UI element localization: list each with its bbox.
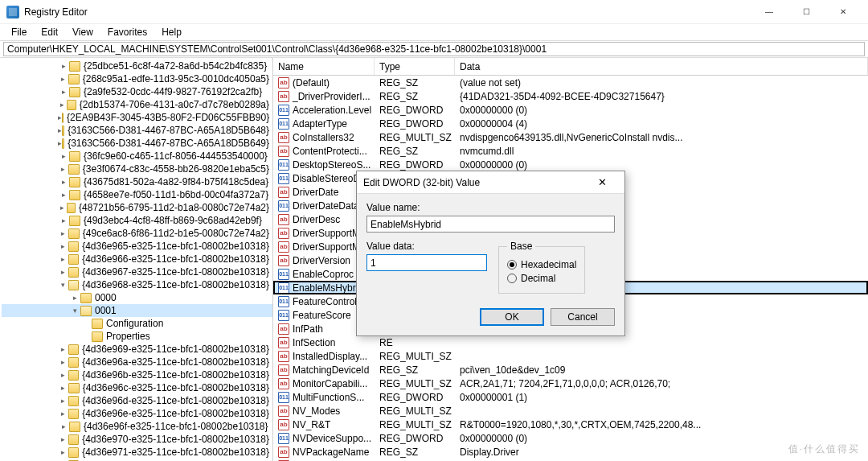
address-input[interactable] xyxy=(3,42,865,56)
menu-view[interactable]: View xyxy=(66,25,100,39)
tree-item[interactable]: ▸{3163C566-D381-4467-87BC-A65A18D5B649} xyxy=(2,137,272,150)
tree-item[interactable]: ▸{4d36e966-e325-11ce-bfc1-08002be10318} xyxy=(2,253,272,265)
tree-item[interactable]: ▸{2db15374-706e-4131-a0c7-d7c78eb0289a} xyxy=(2,98,272,111)
tree-item[interactable]: ▸{4d36e971-e325-11ce-bfc1-08002be10318} xyxy=(2,446,272,459)
ok-button[interactable]: OK xyxy=(480,308,544,326)
chevron-right-icon[interactable]: ▸ xyxy=(58,435,68,443)
value-name: DriverDateData xyxy=(293,200,359,212)
menu-file[interactable]: File xyxy=(5,25,33,39)
tree-item[interactable]: ▾0001 xyxy=(2,304,272,317)
tree-item[interactable]: ▸{2a9fe532-0cdc-44f9-9827-76192f2ca2fb} xyxy=(2,85,272,98)
chevron-right-icon[interactable]: ▸ xyxy=(58,345,68,353)
value-row[interactable]: NV_R&TREG_MULTI_SZR&T0000=1920,1080,*,30… xyxy=(273,418,868,431)
dialog-titlebar[interactable]: Edit DWORD (32-bit) Value ✕ xyxy=(357,171,624,194)
chevron-right-icon[interactable]: ▸ xyxy=(58,242,68,250)
chevron-right-icon[interactable]: ▸ xyxy=(58,75,68,83)
close-button[interactable]: ✕ xyxy=(825,0,862,24)
tree-item[interactable]: Configuration xyxy=(2,317,272,330)
chevron-right-icon[interactable]: ▸ xyxy=(58,62,69,70)
chevron-right-icon[interactable]: ▸ xyxy=(58,152,69,160)
chevron-down-icon[interactable]: ▾ xyxy=(69,307,80,315)
value-row[interactable]: MonitorCapabili...REG_MULTI_SZACR,2A1,71… xyxy=(273,377,868,390)
value-row[interactable]: NVPackageNameREG_SZDisplay.Driver xyxy=(273,445,868,459)
tree-item[interactable]: ▸{25dbce51-6c8f-4a72-8a6d-b54c2b4fc835} xyxy=(2,60,272,72)
chevron-right-icon[interactable]: ▸ xyxy=(58,397,68,405)
value-name: AdapterType xyxy=(293,118,347,130)
chevron-right-icon[interactable]: ▸ xyxy=(58,165,68,173)
value-data-input[interactable] xyxy=(366,254,487,271)
tree-item[interactable]: ▸{49ce6ac8-6f86-11d2-b1e5-0080c72e74a2} xyxy=(2,227,272,240)
chevron-right-icon[interactable]: ▸ xyxy=(58,422,69,430)
value-row[interactable]: DesktopStereoS...REG_DWORD0x00000000 (0) xyxy=(273,158,868,171)
value-row[interactable]: MultiFunctionS...REG_DWORD0x00000001 (1) xyxy=(273,390,868,404)
tree-item[interactable]: ▸{2EA9B43F-3045-43B5-80F2-FD06C55FBB90} xyxy=(2,111,272,124)
chevron-right-icon[interactable]: ▸ xyxy=(58,255,68,263)
value-row[interactable]: _DriverProviderI...REG_SZ{41DAD321-35D4-… xyxy=(273,89,868,103)
col-data[interactable]: Data xyxy=(455,58,868,75)
menu-help[interactable]: Help xyxy=(155,25,188,39)
tree-item[interactable]: ▸{268c95a1-edfe-11d3-95c3-0010dc4050a5} xyxy=(2,72,272,85)
tree-item[interactable]: ▸{4d36e96f-e325-11ce-bfc1-08002be10318} xyxy=(2,420,272,433)
tree-item[interactable]: ▸{4d36e967-e325-11ce-bfc1-08002be10318} xyxy=(2,265,272,278)
value-row[interactable]: CoInstallers32REG_MULTI_SZnvdispgenco643… xyxy=(273,130,868,144)
value-row[interactable]: NVDeviceSuppo...REG_DWORD0x00000000 (0) xyxy=(273,431,868,445)
chevron-right-icon[interactable]: ▸ xyxy=(58,216,69,224)
chevron-right-icon[interactable]: ▸ xyxy=(58,229,68,237)
tree-item[interactable]: ▸{4d36e969-e325-11ce-bfc1-08002be10318} xyxy=(2,343,272,356)
tree-item[interactable]: ▸{4d36e965-e325-11ce-bfc1-08002be10318} xyxy=(2,240,272,253)
value-row[interactable]: ContentProtecti...REG_SZnvmcumd.dll xyxy=(273,144,868,158)
chevron-right-icon[interactable]: ▸ xyxy=(58,101,67,109)
value-row[interactable]: NV_ModesREG_MULTI_SZ xyxy=(273,404,868,418)
chevron-right-icon[interactable]: ▸ xyxy=(58,191,69,199)
tree-item[interactable]: ▸{4d36e970-e325-11ce-bfc1-08002be10318} xyxy=(2,433,272,446)
col-type[interactable]: Type xyxy=(375,58,455,75)
tree-item[interactable]: ▸{4d36e96a-e325-11ce-bfc1-08002be10318} xyxy=(2,356,272,368)
menu-favorites[interactable]: Favorites xyxy=(101,25,154,39)
tree-item[interactable]: ▸{4658ee7e-f050-11d1-b6bd-00c04fa372a7} xyxy=(2,188,272,201)
chevron-right-icon[interactable]: ▸ xyxy=(58,371,68,379)
tree-item[interactable]: ▸{4d36e96b-e325-11ce-bfc1-08002be10318} xyxy=(2,368,272,381)
chevron-right-icon[interactable]: ▸ xyxy=(58,410,68,418)
cancel-button[interactable]: Cancel xyxy=(551,308,615,326)
value-row[interactable]: AdapterTypeREG_DWORD0x00000004 (4) xyxy=(273,117,868,130)
tree-item[interactable]: ▸{4d36e96d-e325-11ce-bfc1-08002be10318} xyxy=(2,394,272,407)
chevron-right-icon[interactable]: ▸ xyxy=(58,358,68,366)
chevron-right-icon[interactable]: ▸ xyxy=(58,384,68,392)
dialog-close-button[interactable]: ✕ xyxy=(586,176,618,188)
tree-item[interactable]: ▸{48721b56-6795-11d2-b1a8-0080c72e74a2} xyxy=(2,201,272,214)
tree-item[interactable]: ▸{36fc9e60-c465-11cf-8056-444553540000} xyxy=(2,150,272,163)
maximize-button[interactable]: ☐ xyxy=(788,0,825,24)
menu-edit[interactable]: Edit xyxy=(35,25,64,39)
value-row[interactable]: (Default)REG_SZ(value not set) xyxy=(273,76,868,89)
tree-item[interactable]: Properties xyxy=(2,330,272,343)
folder-icon xyxy=(68,434,79,445)
value-data-label: Value data: xyxy=(366,241,487,252)
chevron-right-icon[interactable]: ▸ xyxy=(69,294,80,302)
value-name-input[interactable] xyxy=(366,216,615,233)
tree-item[interactable]: ▸{49d3ebc4-4cf8-48ff-b869-9c68ad42eb9f} xyxy=(2,214,272,227)
chevron-right-icon[interactable]: ▸ xyxy=(58,88,69,96)
value-row[interactable]: MatchingDeviceIdREG_SZpci\ven_10de&dev_1… xyxy=(273,363,868,377)
value-row[interactable]: Acceleration.LevelREG_DWORD0x00000000 (0… xyxy=(273,103,868,117)
tree-item[interactable]: ▸{3e3f0674-c83c-4558-bb26-9820e1eba5c5} xyxy=(2,163,272,175)
value-row[interactable]: InstalledDisplay...REG_MULTI_SZ xyxy=(273,349,868,363)
tree-item[interactable]: ▸{4d36e96c-e325-11ce-bfc1-08002be10318} xyxy=(2,381,272,394)
radio-hexadecimal[interactable]: Hexadecimal xyxy=(507,259,576,270)
tree-item[interactable]: ▸{3163C566-D381-4467-87BC-A65A18D5B648} xyxy=(2,124,272,137)
chevron-right-icon[interactable]: ▸ xyxy=(58,178,69,186)
chevron-right-icon[interactable]: ▸ xyxy=(58,204,67,212)
chevron-right-icon[interactable]: ▸ xyxy=(58,268,68,276)
tree-item[interactable]: ▾{4d36e968-e325-11ce-bfc1-08002be10318} xyxy=(2,278,272,291)
minimize-button[interactable]: — xyxy=(751,0,788,24)
chevron-down-icon[interactable]: ▾ xyxy=(58,281,68,289)
col-name[interactable]: Name xyxy=(273,58,375,75)
value-row[interactable]: InfSectionRE xyxy=(273,335,868,349)
string-icon xyxy=(278,351,289,362)
chevron-right-icon[interactable]: ▸ xyxy=(58,448,68,456)
radio-decimal[interactable]: Decimal xyxy=(507,273,576,284)
tree-item[interactable]: ▸0000 xyxy=(2,291,272,304)
tree-panel[interactable]: ▸{25dbce51-6c8f-4a72-8a6d-b54c2b4fc835}▸… xyxy=(0,58,273,461)
tree-item[interactable]: ▸{4d36e96e-e325-11ce-bfc1-08002be10318} xyxy=(2,407,272,420)
value-type: REG_SZ xyxy=(375,364,455,376)
tree-item[interactable]: ▸{43675d81-502a-4a82-9f84-b75f418c5dea} xyxy=(2,175,272,188)
